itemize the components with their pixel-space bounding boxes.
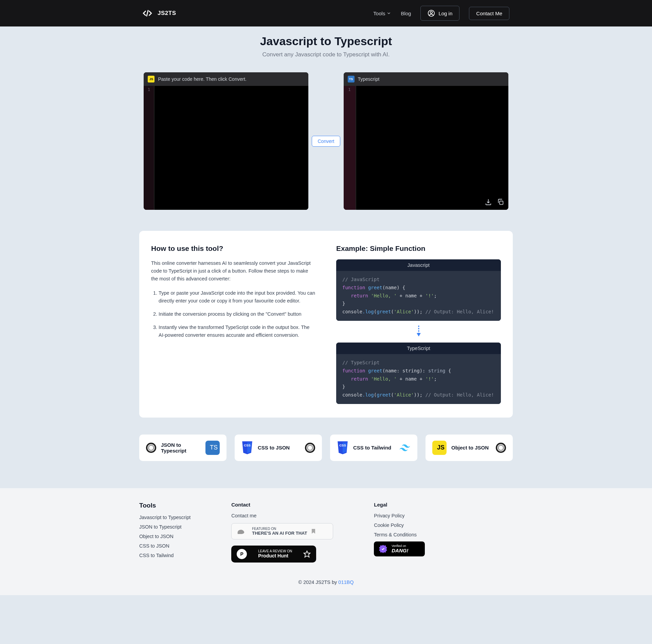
info-section: How to use this tool? This online conver…	[139, 231, 513, 418]
example-js-body: // JavaScript function greet(name) { ret…	[336, 271, 501, 321]
bookmark-icon	[311, 528, 316, 534]
example-ts-header: TypeScript	[336, 343, 501, 354]
code-comment: // JavaScript	[342, 277, 380, 282]
login-button[interactable]: Log in	[420, 6, 459, 21]
svg-rect-3	[500, 201, 503, 204]
footer-link[interactable]: Terms & Conditions	[374, 532, 425, 537]
login-label: Log in	[438, 11, 452, 16]
footer-link[interactable]: Cookie Policy	[374, 522, 425, 528]
output-editor: TS Typescript 1	[344, 72, 508, 210]
footer-contact-heading: Contact	[231, 502, 333, 508]
footer-link[interactable]: JSON to Typescript	[139, 524, 191, 530]
input-editor[interactable]: JS Paste your code here. Then click Conv…	[144, 72, 308, 210]
contact-button[interactable]: Contact Me	[469, 7, 509, 20]
footer-legal: Legal Privacy Policy Cookie Policy Terms…	[374, 502, 425, 563]
svg-line-0	[147, 10, 148, 17]
example-js-header: Javascript	[336, 259, 501, 271]
convert-button[interactable]: Convert	[312, 136, 340, 147]
taaft-icon	[236, 527, 248, 535]
tool-card-json-to-ts[interactable]: JSON to Typescript TS	[139, 435, 227, 461]
example-title: Example: Simple Function	[336, 244, 501, 253]
download-icon[interactable]	[485, 198, 492, 206]
input-placeholder: Paste your code here. Then click Convert…	[158, 76, 246, 82]
footer-link[interactable]: CSS to JSON	[139, 543, 191, 549]
output-label: Typescript	[358, 76, 380, 82]
footer-link[interactable]: CSS to Tailwind	[139, 553, 191, 558]
footer: Tools Javascript to Typescript JSON to T…	[0, 488, 652, 595]
ts-badge-icon: TS	[348, 76, 355, 82]
tool-card-css-to-json[interactable]: CSS CSS to JSON	[235, 435, 322, 461]
dang-badge[interactable]: Verified on DANG!	[374, 541, 425, 556]
example-ts-block: TypeScript // TypeScript function greet(…	[336, 343, 501, 404]
js-badge-icon: JS	[148, 76, 155, 82]
page-subtitle: Convert any Javascript code to Typescrip…	[0, 51, 652, 58]
js-icon: JS	[432, 441, 447, 455]
taaft-badge[interactable]: FEATURED ON THERE'S AN AI FOR THAT	[231, 523, 333, 539]
footer-link[interactable]: Privacy Policy	[374, 513, 425, 518]
copy-icon[interactable]	[497, 198, 504, 206]
logo-area[interactable]: JS2TS	[143, 8, 176, 18]
hero: Javascript to Typescript Convert any Jav…	[0, 26, 652, 61]
example-ts-body: // TypeScript function greet(name: strin…	[336, 354, 501, 404]
how-to: How to use this tool? This online conver…	[151, 244, 316, 404]
nav-tools-label: Tools	[373, 11, 385, 16]
json-icon	[496, 443, 506, 453]
main-nav: Tools Blog Log in Contact Me	[373, 6, 509, 21]
verified-icon	[379, 545, 387, 553]
css-icon: CSS	[337, 441, 348, 454]
converter: JS Paste your code here. Then click Conv…	[122, 61, 530, 221]
svg-point-2	[430, 11, 432, 13]
footer-contact: Contact Contact me FEATURED ON THERE'S A…	[231, 502, 333, 563]
taaft-text: FEATURED ON THERE'S AN AI FOR THAT	[252, 527, 307, 536]
how-to-intro: This online converter harnesses AI to se…	[151, 259, 316, 283]
output-code-area	[356, 86, 508, 210]
svg-marker-12	[304, 551, 310, 557]
tool-card-css-to-tailwind[interactable]: CSS CSS to Tailwind	[330, 435, 417, 461]
step-2: Initiate the conversion process by click…	[159, 310, 316, 318]
ph-text: LEAVE A REVIEW ON Product Hunt	[258, 549, 292, 558]
code-comment: // TypeScript	[342, 360, 380, 365]
svg-marker-5	[417, 333, 421, 336]
output-gutter: 1	[344, 86, 356, 210]
example-js-block: Javascript // JavaScript function greet(…	[336, 259, 501, 321]
how-to-steps: Type or paste your JavaScript code into …	[151, 289, 316, 339]
css-icon: CSS	[241, 441, 253, 454]
how-to-title: How to use this tool?	[151, 244, 316, 253]
nav-blog[interactable]: Blog	[401, 11, 411, 16]
product-hunt-badge[interactable]: P LEAVE A REVIEW ON Product Hunt	[231, 546, 316, 563]
svg-text:CSS: CSS	[339, 443, 346, 447]
example: Example: Simple Function Javascript // J…	[336, 244, 501, 404]
json-icon	[305, 443, 315, 453]
product-hunt-icon: P	[237, 549, 247, 559]
input-gutter: 1	[144, 86, 154, 210]
ts-icon: TS	[205, 441, 220, 455]
output-editor-body: 1	[344, 86, 508, 210]
output-editor-header: TS Typescript	[344, 72, 508, 86]
step-1: Type or paste your JavaScript code into …	[159, 289, 316, 305]
main-header: JS2TS Tools Blog Log in Contact Me	[0, 0, 652, 26]
footer-tools: Tools Javascript to Typescript JSON to T…	[139, 502, 191, 563]
footer-tools-heading: Tools	[139, 502, 191, 509]
tool-card-object-to-json[interactable]: JS Object to JSON	[425, 435, 513, 461]
tool-label: CSS to JSON	[258, 445, 300, 450]
footer-link[interactable]: Javascript to Typescript	[139, 515, 191, 520]
footer-link[interactable]: Object to JSON	[139, 534, 191, 539]
input-code-area[interactable]	[154, 86, 308, 210]
tailwind-icon	[399, 444, 411, 452]
chevron-down-icon	[386, 11, 391, 16]
code-icon	[143, 8, 152, 18]
tool-label: JSON to Typescript	[161, 442, 201, 454]
input-editor-body[interactable]: 1	[144, 86, 308, 210]
json-icon	[146, 443, 156, 453]
footer-contact-link[interactable]: Contact me	[231, 513, 333, 518]
page-title: Javascript to Typescript	[0, 35, 652, 48]
star-icon	[303, 550, 311, 558]
svg-text:CSS: CSS	[244, 443, 251, 447]
input-editor-header: JS Paste your code here. Then click Conv…	[144, 72, 308, 86]
author-link[interactable]: 011BQ	[338, 579, 354, 585]
step-3: Instantly view the transformed TypeScrip…	[159, 324, 316, 339]
brand-name: JS2TS	[158, 10, 176, 17]
user-circle-icon	[428, 10, 435, 17]
tool-label: Object to JSON	[451, 445, 491, 450]
nav-tools[interactable]: Tools	[373, 11, 391, 16]
